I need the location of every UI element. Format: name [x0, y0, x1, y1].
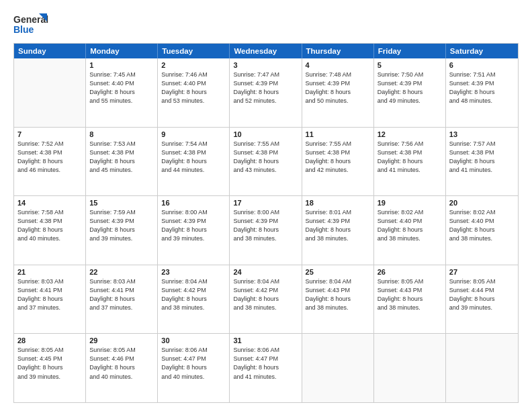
- calendar-cell: 10Sunrise: 7:55 AM Sunset: 4:38 PM Dayli…: [230, 128, 302, 196]
- day-number: 4: [306, 61, 370, 69]
- day-number: 5: [378, 61, 442, 69]
- calendar-cell: 20Sunrise: 8:02 AM Sunset: 4:40 PM Dayli…: [446, 196, 518, 265]
- day-info: Sunrise: 8:05 AM Sunset: 4:44 PM Dayligh…: [449, 277, 515, 312]
- calendar-cell: 30Sunrise: 8:06 AM Sunset: 4:47 PM Dayli…: [158, 334, 230, 402]
- day-number: 16: [161, 199, 226, 207]
- calendar-cell: 24Sunrise: 8:04 AM Sunset: 4:42 PM Dayli…: [230, 265, 302, 334]
- day-info: Sunrise: 8:05 AM Sunset: 4:46 PM Dayligh…: [89, 346, 154, 381]
- calendar-cell: 8Sunrise: 7:53 AM Sunset: 4:38 PM Daylig…: [86, 128, 158, 196]
- calendar-cell: 17Sunrise: 8:00 AM Sunset: 4:39 PM Dayli…: [230, 196, 302, 265]
- day-info: Sunrise: 8:04 AM Sunset: 4:42 PM Dayligh…: [161, 277, 226, 312]
- calendar-cell: [446, 334, 518, 402]
- day-number: 25: [306, 268, 370, 276]
- day-info: Sunrise: 8:02 AM Sunset: 4:40 PM Dayligh…: [378, 208, 442, 243]
- day-info: Sunrise: 8:03 AM Sunset: 4:41 PM Dayligh…: [89, 277, 154, 312]
- logo-svg: GeneralBlue: [13, 12, 48, 36]
- calendar-cell: 1Sunrise: 7:45 AM Sunset: 4:40 PM Daylig…: [86, 58, 158, 127]
- calendar-cell: 23Sunrise: 8:04 AM Sunset: 4:42 PM Dayli…: [158, 265, 230, 334]
- day-info: Sunrise: 7:54 AM Sunset: 4:38 PM Dayligh…: [161, 140, 226, 175]
- calendar-cell: 5Sunrise: 7:50 AM Sunset: 4:39 PM Daylig…: [374, 58, 446, 127]
- calendar-cell: 2Sunrise: 7:46 AM Sunset: 4:40 PM Daylig…: [158, 58, 230, 127]
- calendar-cell: 3Sunrise: 7:47 AM Sunset: 4:39 PM Daylig…: [230, 58, 302, 127]
- day-info: Sunrise: 7:59 AM Sunset: 4:39 PM Dayligh…: [89, 208, 154, 243]
- calendar-cell: 18Sunrise: 8:01 AM Sunset: 4:39 PM Dayli…: [302, 196, 374, 265]
- day-number: 6: [449, 61, 515, 69]
- calendar-cell: 31Sunrise: 8:06 AM Sunset: 4:47 PM Dayli…: [230, 334, 302, 402]
- day-info: Sunrise: 7:56 AM Sunset: 4:38 PM Dayligh…: [378, 140, 442, 175]
- day-number: 27: [449, 268, 515, 276]
- day-header-sunday: Sunday: [14, 44, 86, 58]
- day-info: Sunrise: 8:04 AM Sunset: 4:42 PM Dayligh…: [233, 277, 298, 312]
- day-number: 12: [378, 130, 442, 138]
- day-header-monday: Monday: [86, 44, 158, 58]
- day-info: Sunrise: 7:45 AM Sunset: 4:40 PM Dayligh…: [89, 71, 154, 105]
- calendar-cell: 15Sunrise: 7:59 AM Sunset: 4:39 PM Dayli…: [86, 196, 158, 265]
- calendar-cell: 19Sunrise: 8:02 AM Sunset: 4:40 PM Dayli…: [374, 196, 446, 265]
- day-number: 11: [306, 130, 370, 138]
- calendar-cell: 27Sunrise: 8:05 AM Sunset: 4:44 PM Dayli…: [446, 265, 518, 334]
- day-info: Sunrise: 7:50 AM Sunset: 4:39 PM Dayligh…: [378, 71, 442, 105]
- page: GeneralBlue SundayMondayTuesdayWednesday…: [0, 0, 532, 411]
- day-number: 31: [233, 336, 298, 345]
- calendar-cell: 26Sunrise: 8:05 AM Sunset: 4:43 PM Dayli…: [374, 265, 446, 334]
- day-info: Sunrise: 8:05 AM Sunset: 4:43 PM Dayligh…: [378, 277, 442, 312]
- calendar-row-1: 7Sunrise: 7:52 AM Sunset: 4:38 PM Daylig…: [14, 127, 518, 196]
- calendar-row-0: 1Sunrise: 7:45 AM Sunset: 4:40 PM Daylig…: [14, 58, 518, 127]
- calendar-cell: 12Sunrise: 7:56 AM Sunset: 4:38 PM Dayli…: [374, 128, 446, 196]
- calendar-cell: [14, 58, 86, 127]
- day-info: Sunrise: 8:02 AM Sunset: 4:40 PM Dayligh…: [449, 208, 515, 243]
- day-info: Sunrise: 8:06 AM Sunset: 4:47 PM Dayligh…: [233, 346, 298, 381]
- header: GeneralBlue: [13, 12, 519, 36]
- day-number: 24: [233, 268, 298, 276]
- calendar-cell: 6Sunrise: 7:51 AM Sunset: 4:39 PM Daylig…: [446, 58, 518, 127]
- day-info: Sunrise: 7:48 AM Sunset: 4:39 PM Dayligh…: [306, 71, 370, 105]
- calendar-cell: 9Sunrise: 7:54 AM Sunset: 4:38 PM Daylig…: [158, 128, 230, 196]
- calendar-cell: [374, 334, 446, 402]
- day-header-thursday: Thursday: [302, 44, 374, 58]
- day-number: 21: [17, 268, 82, 276]
- day-info: Sunrise: 7:53 AM Sunset: 4:38 PM Dayligh…: [89, 140, 154, 175]
- calendar-cell: [302, 334, 374, 402]
- calendar-cell: 28Sunrise: 8:05 AM Sunset: 4:45 PM Dayli…: [14, 334, 86, 402]
- day-info: Sunrise: 8:00 AM Sunset: 4:39 PM Dayligh…: [161, 208, 226, 243]
- day-number: 8: [89, 130, 154, 138]
- day-number: 18: [306, 199, 370, 207]
- day-number: 17: [233, 199, 298, 207]
- day-info: Sunrise: 7:51 AM Sunset: 4:39 PM Dayligh…: [449, 71, 515, 105]
- day-number: 19: [378, 199, 442, 207]
- day-info: Sunrise: 7:46 AM Sunset: 4:40 PM Dayligh…: [161, 71, 226, 105]
- day-number: 10: [233, 130, 298, 138]
- day-number: 20: [449, 199, 515, 207]
- calendar: SundayMondayTuesdayWednesdayThursdayFrid…: [13, 43, 519, 403]
- calendar-row-3: 21Sunrise: 8:03 AM Sunset: 4:41 PM Dayli…: [14, 265, 518, 334]
- day-number: 15: [89, 199, 154, 207]
- day-number: 26: [378, 268, 442, 276]
- day-header-saturday: Saturday: [446, 44, 518, 58]
- day-header-friday: Friday: [374, 44, 446, 58]
- day-number: 23: [161, 268, 226, 276]
- day-number: 14: [17, 199, 82, 207]
- day-info: Sunrise: 7:47 AM Sunset: 4:39 PM Dayligh…: [233, 71, 298, 105]
- logo: GeneralBlue: [13, 12, 48, 36]
- day-info: Sunrise: 8:06 AM Sunset: 4:47 PM Dayligh…: [161, 346, 226, 381]
- day-info: Sunrise: 8:05 AM Sunset: 4:45 PM Dayligh…: [17, 346, 82, 381]
- day-number: 13: [449, 130, 515, 138]
- day-number: 30: [161, 336, 226, 345]
- calendar-header: SundayMondayTuesdayWednesdayThursdayFrid…: [14, 44, 518, 58]
- day-number: 3: [233, 61, 298, 69]
- calendar-cell: 7Sunrise: 7:52 AM Sunset: 4:38 PM Daylig…: [14, 128, 86, 196]
- day-info: Sunrise: 7:55 AM Sunset: 4:38 PM Dayligh…: [306, 140, 370, 175]
- day-info: Sunrise: 7:55 AM Sunset: 4:38 PM Dayligh…: [233, 140, 298, 175]
- calendar-cell: 25Sunrise: 8:04 AM Sunset: 4:43 PM Dayli…: [302, 265, 374, 334]
- day-number: 9: [161, 130, 226, 138]
- calendar-cell: 22Sunrise: 8:03 AM Sunset: 4:41 PM Dayli…: [86, 265, 158, 334]
- day-number: 28: [17, 336, 82, 345]
- day-info: Sunrise: 8:03 AM Sunset: 4:41 PM Dayligh…: [17, 277, 82, 312]
- day-number: 1: [89, 61, 154, 69]
- calendar-row-2: 14Sunrise: 7:58 AM Sunset: 4:38 PM Dayli…: [14, 195, 518, 265]
- calendar-cell: 4Sunrise: 7:48 AM Sunset: 4:39 PM Daylig…: [302, 58, 374, 127]
- day-info: Sunrise: 8:00 AM Sunset: 4:39 PM Dayligh…: [233, 208, 298, 243]
- day-info: Sunrise: 7:52 AM Sunset: 4:38 PM Dayligh…: [17, 140, 82, 175]
- day-number: 7: [17, 130, 82, 138]
- calendar-body: 1Sunrise: 7:45 AM Sunset: 4:40 PM Daylig…: [14, 58, 518, 402]
